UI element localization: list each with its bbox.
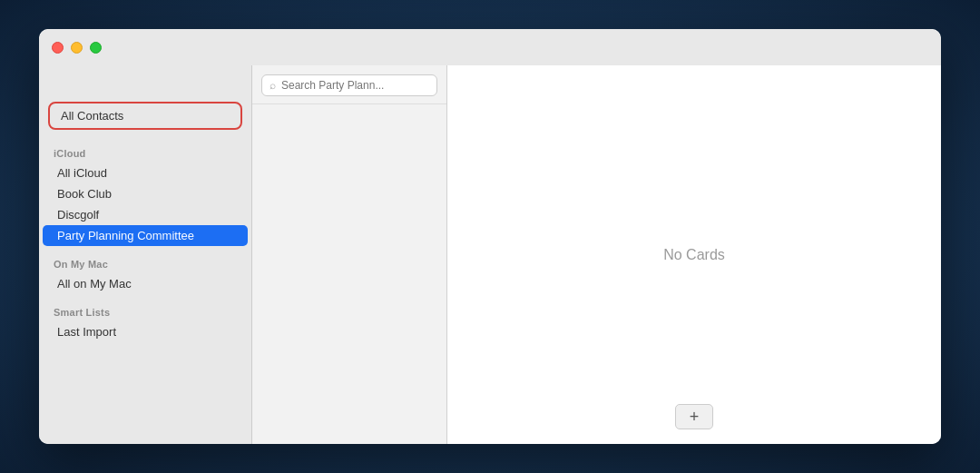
sidebar-item-discgolf[interactable]: Discgolf [43,204,248,225]
middle-panel: ⌕ [252,65,447,444]
sidebar-item-book-club[interactable]: Book Club [43,183,248,204]
contacts-list [252,104,446,444]
search-bar: ⌕ [252,65,446,104]
sidebar-section-header-icloud: iCloud [39,146,251,163]
sidebar-item-all-on-my-mac[interactable]: All on My Mac [43,273,248,294]
sidebar-section-header-smart-lists: Smart Lists [39,305,251,321]
sidebar-item-all-icloud[interactable]: All iCloud [43,163,248,183]
close-button[interactable] [52,42,64,54]
sidebar-section-smart-lists: Smart Lists Last Import [39,298,251,346]
search-input-wrapper: ⌕ [261,74,437,96]
search-input[interactable] [281,79,429,92]
sidebar: All Contacts iCloud All iCloud Book Club… [39,65,252,444]
all-contacts-button[interactable]: All Contacts [48,102,242,130]
sidebar-section-on-my-mac: On My Mac All on My Mac [39,250,251,298]
search-icon: ⌕ [270,79,276,92]
sidebar-item-last-import[interactable]: Last Import [43,321,248,342]
sidebar-item-party-planning[interactable]: Party Planning Committee [43,225,248,246]
sidebar-section-icloud: iCloud All iCloud Book Club Discgolf Par… [39,139,251,250]
contacts-window: All Contacts iCloud All iCloud Book Club… [39,29,941,444]
sidebar-section-header-on-my-mac: On My Mac [39,257,251,273]
no-cards-label: No Cards [663,247,725,263]
traffic-lights [52,42,102,54]
detail-panel: No Cards + [447,65,941,444]
minimize-button[interactable] [71,42,83,54]
main-content: All Contacts iCloud All iCloud Book Club… [39,65,941,444]
maximize-button[interactable] [90,42,102,54]
add-contact-button[interactable]: + [675,404,713,429]
